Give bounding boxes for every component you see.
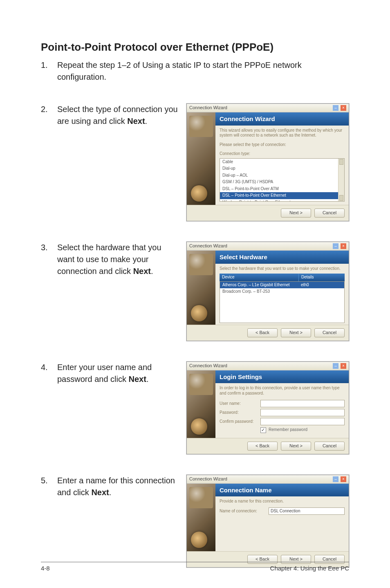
step-bold: Next — [91, 488, 109, 497]
list-item[interactable]: Dial-up — [220, 165, 344, 172]
cancel-button[interactable]: Cancel — [314, 442, 345, 451]
step-text: Enter your user name and password and cl… — [57, 361, 179, 385]
confirm-password-label: Confirm password: — [220, 419, 260, 425]
cell-device: Atheros Corp. – L1e Gigabit Ethernet — [220, 282, 298, 289]
next-button[interactable]: Next > — [281, 328, 311, 337]
wizard-header: Login Settings — [215, 370, 349, 384]
password-field[interactable] — [260, 409, 345, 416]
step-text-fragment: . — [151, 267, 153, 276]
step-text-fragment: . — [146, 375, 149, 384]
wizard-side-graphic — [187, 112, 215, 205]
window-title: Connection Wizard — [189, 476, 227, 483]
table-row[interactable]: Atheros Corp. – L1e Gigabit Ethernet eth… — [220, 282, 344, 289]
list-item[interactable]: GSM / 3G (UMTS) / HSDPA — [220, 179, 344, 186]
step-bold: Next — [127, 117, 145, 126]
list-item[interactable]: Wireless Point-to-Point Over Ethernet — [220, 199, 344, 202]
step-text-fragment: . — [145, 117, 148, 126]
cancel-button[interactable]: Cancel — [314, 209, 345, 218]
back-button[interactable]: < Back — [247, 442, 278, 451]
list-item-selected[interactable]: DSL – Point-to-Point Over Ethernet — [220, 192, 344, 199]
remember-password-checkbox[interactable] — [260, 427, 266, 433]
close-icon[interactable]: × — [341, 243, 346, 249]
close-icon[interactable]: × — [341, 363, 346, 369]
screenshot-connection-name: Connection Wizard – × Connection Name Pr… — [186, 475, 349, 568]
list-item[interactable]: Cable — [220, 159, 344, 166]
list-item[interactable]: DSL – Point-to-Point Over ATM — [220, 186, 344, 193]
wizard-header: Select Hardware — [215, 251, 349, 264]
step-text: Enter a name for this connection and cli… — [57, 475, 179, 498]
confirm-password-field[interactable] — [260, 418, 345, 425]
wizard-side-graphic — [187, 484, 215, 551]
cancel-button[interactable]: Cancel — [314, 328, 345, 337]
wizard-desc: Select the hardware that you want to use… — [215, 264, 349, 273]
minimize-icon[interactable]: – — [333, 105, 338, 111]
wizard-desc: Please select the type of connection: — [215, 140, 349, 149]
wizard-header: Connection Wizard — [215, 112, 349, 126]
cell-details — [298, 288, 344, 295]
page-number: 4-8 — [41, 565, 50, 572]
password-label: Password: — [220, 410, 260, 416]
hardware-listbox[interactable]: Atheros Corp. – L1e Gigabit Ethernet eth… — [220, 281, 345, 323]
wizard-desc: In order to log in to this connection, p… — [215, 383, 349, 397]
step-text: Select the type of connection you are us… — [57, 103, 179, 127]
step-number: 3. — [41, 242, 57, 254]
column-header-device: Device — [220, 274, 298, 281]
close-icon[interactable]: × — [341, 476, 346, 482]
next-button[interactable]: Next > — [281, 442, 311, 451]
screenshot-select-hardware: Connection Wizard – × Select Hardware Se… — [186, 242, 349, 341]
table-row[interactable]: Broadcom Corp. – BT-253 — [220, 288, 344, 295]
window-title: Connection Wizard — [189, 363, 227, 369]
connection-name-label: Name of connection: — [220, 508, 269, 514]
window-title: Connection Wizard — [189, 105, 227, 111]
wizard-desc: Provide a name for this connection. — [215, 496, 349, 506]
screenshot-connection-wizard: Connection Wizard – × Connection Wizard … — [186, 103, 349, 221]
list-item[interactable]: Dial-up – AOL — [220, 172, 344, 179]
step-number: 2. — [41, 103, 57, 115]
cell-device: Broadcom Corp. – BT-253 — [220, 288, 298, 295]
minimize-icon[interactable]: – — [333, 363, 338, 369]
step-text-fragment: Repeat the step 1–2 of Using a static IP… — [57, 61, 302, 81]
screenshot-login-settings: Connection Wizard – × Login Settings In … — [186, 361, 349, 454]
connection-name-field[interactable]: DSL Connection — [269, 507, 345, 515]
next-button[interactable]: Next > — [281, 209, 311, 218]
step-bold: Next — [129, 375, 146, 384]
step-number: 1. — [41, 59, 57, 71]
cell-details: eth0 — [298, 282, 344, 289]
wizard-header: Connection Name — [215, 484, 349, 497]
minimize-icon[interactable]: – — [333, 476, 338, 482]
step-number: 5. — [41, 475, 57, 487]
chapter-title: Chapter 4: Using the Eee PC — [270, 565, 349, 572]
username-label: User name: — [220, 401, 260, 407]
window-title: Connection Wizard — [189, 243, 227, 249]
step-text-fragment: Enter a name for this connection and cli… — [57, 476, 175, 497]
wizard-desc: This wizard allows you to easily configu… — [215, 126, 349, 140]
username-field[interactable] — [260, 400, 345, 407]
connection-type-label: Connection type: — [215, 149, 349, 157]
minimize-icon[interactable]: – — [333, 243, 338, 249]
column-header-details: Details — [298, 274, 345, 281]
step-text: Repeat the step 1–2 of Using a static IP… — [57, 59, 349, 83]
section-title: Point-to-Point Protocol over Ethernet (P… — [41, 41, 349, 54]
back-button[interactable]: < Back — [247, 328, 278, 337]
step-text: Select the hardware that you want to use… — [57, 242, 179, 277]
close-icon[interactable]: × — [341, 105, 346, 111]
step-bold: Next — [133, 267, 151, 276]
wizard-side-graphic — [187, 370, 215, 438]
scrollbar[interactable] — [338, 159, 344, 201]
step-text-fragment: Select the type of connection you are us… — [57, 105, 178, 126]
wizard-side-graphic — [187, 251, 215, 325]
step-number: 4. — [41, 361, 57, 373]
connection-type-listbox[interactable]: Cable Dial-up Dial-up – AOL GSM / 3G (UM… — [220, 158, 345, 202]
step-text-fragment: . — [109, 488, 112, 497]
remember-password-label: Remember password — [269, 427, 307, 433]
hardware-table-header: Device Details — [220, 274, 345, 281]
